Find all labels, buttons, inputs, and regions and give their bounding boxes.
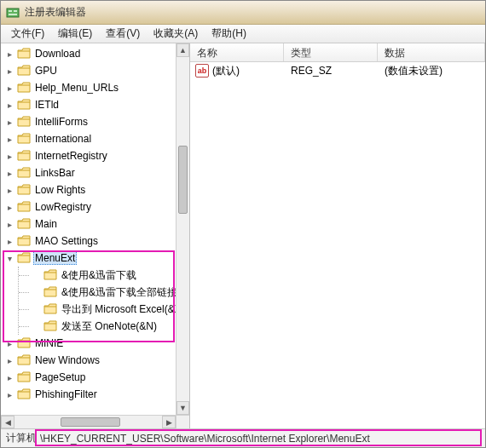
expander-icon[interactable]: ▸	[4, 66, 14, 76]
tree-item[interactable]: ▸Help_Menu_URLs	[3, 79, 176, 96]
tree-item[interactable]: &使用&迅雷下载全部链接	[19, 284, 176, 301]
tree-item[interactable]: ▸Download	[3, 45, 176, 62]
expander-icon[interactable]: ▸	[4, 83, 14, 93]
column-header-type[interactable]: 类型	[284, 43, 378, 61]
tree-pane: ▸Download▸GPU▸Help_Menu_URLs▸IETld▸Intel…	[1, 43, 190, 428]
scroll-thumb-horizontal[interactable]	[61, 417, 120, 427]
tree-children: &使用&迅雷下载&使用&迅雷下载全部链接导出到 Microsoft Excel(…	[18, 267, 176, 335]
expander-icon[interactable]: ▸	[4, 185, 14, 195]
status-prefix: 计算机	[4, 431, 38, 445]
expander-icon[interactable]: ▸	[4, 117, 14, 127]
folder-icon	[17, 354, 31, 366]
tree-item-label: IntelliForms	[33, 115, 90, 129]
list-header: 名称 类型 数据	[190, 43, 485, 62]
tree-item[interactable]: ▸PageSetup	[3, 369, 176, 386]
menubar: 文件(F) 编辑(E) 查看(V) 收藏夹(A) 帮助(H)	[1, 25, 485, 43]
list-pane: 名称 类型 数据 ab (默认) REG_SZ (数值未设置)	[190, 43, 485, 428]
tree-item[interactable]: ▸New Windows	[3, 352, 176, 369]
tree-item[interactable]: ▸InternetRegistry	[3, 147, 176, 164]
expander-icon[interactable]: ▸	[4, 389, 14, 399]
folder-icon	[17, 48, 31, 60]
scroll-right-icon[interactable]: ▶	[162, 416, 176, 428]
expander-icon[interactable]: ▸	[4, 202, 14, 212]
status-path: \HKEY_CURRENT_USER\Software\Microsoft\In…	[38, 433, 372, 445]
menu-view[interactable]: 查看(V)	[99, 24, 147, 43]
tree-horizontal-scrollbar[interactable]: ◀ ▶	[1, 415, 176, 428]
expander-icon[interactable]: ▸	[4, 338, 14, 348]
tree-item-label: Low Rights	[33, 183, 87, 197]
expander-icon[interactable]: ▸	[4, 134, 14, 144]
expander-icon[interactable]: ▸	[4, 219, 14, 229]
tree-item[interactable]: ▸MAO Settings	[3, 233, 176, 250]
tree-item[interactable]: ▾MenuExt	[3, 250, 176, 267]
tree-item-label: IETld	[33, 98, 61, 112]
folder-icon	[17, 218, 31, 230]
expander-icon[interactable]: ▸	[4, 168, 14, 178]
string-value-icon: ab	[195, 64, 209, 78]
tree-item[interactable]: &使用&迅雷下载	[19, 267, 176, 284]
scroll-corner	[176, 415, 189, 428]
folder-icon	[17, 167, 31, 179]
tree-item-label: New Windows	[33, 353, 101, 367]
folder-icon	[17, 252, 31, 264]
tree-item-label: International	[33, 132, 93, 146]
column-header-data[interactable]: 数据	[378, 43, 485, 61]
folder-icon	[17, 388, 31, 400]
menu-edit[interactable]: 编辑(E)	[51, 24, 99, 43]
folder-icon	[17, 116, 31, 128]
column-header-name[interactable]: 名称	[190, 43, 284, 61]
tree-item[interactable]: ▸IETld	[3, 96, 176, 113]
expander-icon[interactable]: ▸	[4, 236, 14, 246]
tree-item[interactable]: ▸IntelliForms	[3, 113, 176, 130]
menu-help[interactable]: 帮助(H)	[205, 24, 253, 43]
tree-item[interactable]: ▸MINIE	[3, 335, 176, 352]
tree-item[interactable]: ▸Low Rights	[3, 181, 176, 198]
folder-icon	[17, 184, 31, 196]
folder-icon	[17, 99, 31, 111]
tree-item-label: MenuExt	[33, 251, 77, 265]
tree-item[interactable]: ▸International	[3, 130, 176, 147]
menu-favorites[interactable]: 收藏夹(A)	[147, 24, 205, 43]
expander-icon[interactable]: ▾	[4, 253, 14, 263]
tree-item[interactable]: ▸Main	[3, 215, 176, 233]
scroll-up-icon[interactable]: ▲	[176, 43, 189, 57]
folder-icon	[17, 65, 31, 77]
expander-icon[interactable]: ▸	[4, 372, 14, 382]
scroll-left-icon[interactable]: ◀	[1, 416, 14, 428]
expander-icon[interactable]: ▸	[4, 355, 14, 365]
tree-item[interactable]: ▸LowRegistry	[3, 198, 176, 215]
tree-item-label: &使用&迅雷下载	[60, 267, 138, 284]
tree-item[interactable]: 发送至 OneNote(&N)	[19, 318, 176, 335]
tree-item-label: Main	[33, 217, 59, 231]
scroll-thumb-vertical[interactable]	[178, 146, 188, 214]
expander-icon[interactable]: ▸	[4, 100, 14, 110]
tree-item[interactable]: ▸PhishingFilter	[3, 386, 176, 403]
tree-item-label: PhishingFilter	[33, 388, 99, 401]
expander-icon[interactable]: ▸	[4, 151, 14, 161]
list-row[interactable]: ab (默认) REG_SZ (数值未设置)	[190, 62, 485, 79]
scroll-down-icon[interactable]: ▼	[176, 401, 189, 415]
tree-item[interactable]: ▸LinksBar	[3, 164, 176, 181]
value-name-cell: ab (默认)	[190, 64, 284, 78]
tree-item-label: MINIE	[33, 336, 65, 350]
expander-icon[interactable]: ▸	[4, 49, 14, 59]
folder-icon	[17, 82, 31, 94]
list-rows: ab (默认) REG_SZ (数值未设置)	[190, 62, 485, 428]
tree-item[interactable]: ▸GPU	[3, 62, 176, 79]
statusbar: 计算机 \HKEY_CURRENT_USER\Software\Microsof…	[1, 428, 485, 447]
svg-rect-1	[9, 10, 12, 12]
tree-item-label: &使用&迅雷下载全部链接	[60, 284, 176, 301]
tree-item[interactable]: 导出到 Microsoft Excel(&X	[19, 301, 176, 318]
folder-icon	[43, 320, 57, 332]
tree-vertical-scrollbar[interactable]: ▲ ▼	[176, 43, 189, 415]
folder-icon	[17, 150, 31, 162]
folder-icon	[17, 133, 31, 145]
svg-rect-2	[14, 10, 17, 12]
tree-item-label: LowRegistry	[33, 200, 93, 214]
svg-rect-3	[9, 14, 17, 15]
svg-rect-0	[7, 9, 19, 17]
titlebar: 注册表编辑器	[1, 1, 485, 25]
main-area: ▸Download▸GPU▸Help_Menu_URLs▸IETld▸Intel…	[1, 43, 485, 428]
menu-file[interactable]: 文件(F)	[4, 24, 51, 43]
folder-icon	[17, 235, 31, 247]
